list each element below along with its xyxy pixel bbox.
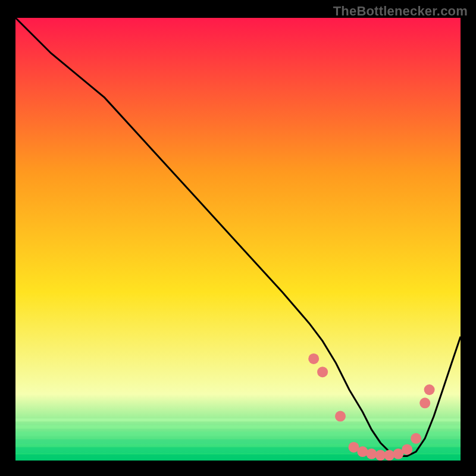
marker-dot	[357, 446, 368, 457]
marker-dot	[424, 384, 435, 395]
marker-dot	[411, 433, 421, 444]
chart-plot	[15, 18, 461, 461]
svg-rect-2	[15, 432, 461, 436]
chart-frame: TheBottlenecker.com	[0, 0, 476, 476]
svg-rect-1	[15, 425, 461, 428]
chart-svg	[15, 18, 461, 461]
svg-rect-0	[15, 418, 461, 421]
marker-dot	[308, 353, 319, 364]
watermark-text: TheBottlenecker.com	[333, 4, 468, 19]
marker-dot	[402, 444, 412, 455]
marker-dot	[419, 397, 430, 408]
marker-dot	[317, 367, 328, 377]
marker-dot	[335, 411, 346, 422]
gradient-background	[15, 18, 461, 461]
svg-rect-3	[15, 439, 461, 444]
